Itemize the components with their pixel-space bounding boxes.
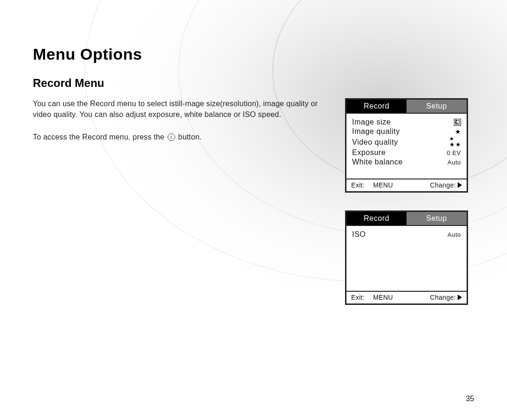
lcd1-body: Image size Image quality ★ Video quality… [346, 114, 467, 179]
tab-record[interactable]: Record [346, 212, 407, 225]
tab-record[interactable]: Record [346, 100, 407, 113]
footer-exit-label: Exit: [351, 294, 365, 301]
menu-item-label: White balance [352, 158, 403, 166]
camera-lcd-screen-2: Record Setup ISO Auto Exit: MENU Change: [345, 210, 468, 305]
change-text: Change: [430, 181, 456, 189]
section-heading: Record Menu [33, 77, 474, 90]
two-star-icon: ★★★ [443, 137, 461, 148]
page-title: Menu Options [33, 45, 474, 63]
menu-item-value: Auto [443, 231, 461, 238]
footer-exit-label: Exit: [351, 181, 365, 189]
lcd1-footer: Exit: MENU Change: [346, 179, 467, 191]
chevron-right-icon[interactable] [458, 295, 462, 300]
page-number: 35 [466, 395, 474, 403]
menu-item-iso[interactable]: ISO Auto [352, 230, 461, 239]
menu-item-value: 0 EV [443, 149, 461, 156]
menu-item-label: Image quality [352, 127, 400, 136]
star-icon: ★ [443, 129, 461, 135]
camera-lcd-screen-1: Record Setup Image size Image quality ★ … [345, 98, 468, 193]
info-button-icon: i [168, 133, 175, 141]
menu-item-label: Exposure [352, 148, 386, 157]
menu-item-video-quality[interactable]: Video quality ★★★ [352, 136, 461, 148]
instruction-prefix: To access the Record menu, press the [33, 133, 167, 141]
body-text-column: You can use the Record menu to select is… [33, 98, 345, 305]
image-size-icon [443, 118, 461, 126]
chevron-right-icon[interactable] [458, 182, 462, 188]
instruction-suffix: button. [178, 133, 202, 141]
menu-item-label: Video quality [352, 138, 398, 147]
intro-paragraph: You can use the Record menu to select is… [33, 98, 331, 120]
lcd1-tabs: Record Setup [346, 100, 467, 114]
size-box-icon [454, 119, 461, 126]
menu-item-white-balance[interactable]: White balance Auto [352, 157, 461, 167]
tab-setup[interactable]: Setup [407, 212, 467, 225]
lcd2-body: ISO Auto [346, 226, 467, 291]
lcd2-footer: Exit: MENU Change: [346, 291, 467, 303]
change-text: Change: [430, 294, 456, 301]
footer-change-label: Change: [430, 294, 462, 301]
footer-change-label: Change: [430, 181, 462, 189]
menu-item-image-quality[interactable]: Image quality ★ [352, 127, 461, 136]
access-instruction: To access the Record menu, press the i b… [33, 133, 331, 141]
menu-item-exposure[interactable]: Exposure 0 EV [352, 148, 461, 157]
menu-item-value: Auto [443, 159, 461, 166]
tab-setup[interactable]: Setup [407, 100, 467, 113]
lcd2-tabs: Record Setup [346, 212, 467, 226]
menu-item-label: ISO [352, 230, 366, 239]
menu-item-label: Image size [352, 118, 391, 126]
footer-menu-button[interactable]: MENU [373, 294, 393, 301]
footer-menu-button[interactable]: MENU [373, 181, 393, 189]
menu-item-image-size[interactable]: Image size [352, 117, 461, 127]
